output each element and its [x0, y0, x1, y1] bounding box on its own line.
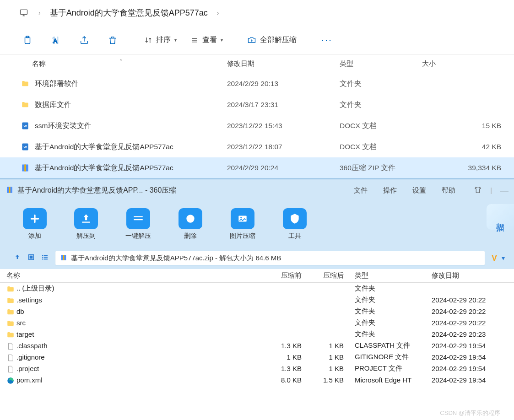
chevron-right-icon[interactable]: ›	[213, 9, 223, 16]
archive-row[interactable]: .settings文件夹2024-02-29 20:22	[0, 294, 514, 306]
sort-button[interactable]: 排序 ▾	[142, 35, 179, 45]
file-row[interactable]: 基于Android的大学食堂意见反馈APP577ac2024/2/29 20:2…	[0, 157, 514, 178]
file-name: 基于Android的大学食堂意见反馈APP577ac	[35, 163, 173, 173]
file-type: 360压缩 ZIP 文件	[332, 163, 415, 173]
file-row[interactable]: W基于Android的大学食堂意见反馈APP577ac2023/12/22 18…	[0, 136, 514, 157]
archive-header-name[interactable]: 名称	[0, 271, 254, 280]
file-type: 文件夹	[332, 100, 415, 110]
archive-row[interactable]: src文件夹2024-02-29 20:22	[0, 317, 514, 328]
archive-row[interactable]: .. (上级目录)文件夹	[0, 283, 514, 294]
svg-rect-16	[9, 187, 11, 193]
archive-header-post[interactable]: 压缩后	[306, 271, 348, 280]
paste-icon[interactable]	[18, 31, 37, 49]
archive-post-size: 1.5 KB	[306, 376, 348, 384]
archive-header-type[interactable]: 类型	[348, 271, 425, 280]
file-type: DOCX 文档	[332, 142, 415, 152]
breadcrumb: › 基于Android的大学食堂意见反馈APP577ac ›	[0, 0, 514, 26]
breadcrumb-folder[interactable]: 基于Android的大学食堂意见反馈APP577ac	[50, 7, 208, 18]
file-row[interactable]: 环境部署软件2024/2/29 20:13文件夹	[0, 73, 514, 94]
svg-rect-20	[30, 256, 32, 258]
dropdown-icon[interactable]: ▾	[502, 254, 505, 262]
header-size[interactable]: 大小	[415, 59, 514, 68]
archive-header-pre[interactable]: 压缩前	[254, 271, 306, 280]
file-icon	[6, 342, 15, 350]
svg-rect-28	[63, 255, 65, 260]
archive-row[interactable]: pom.xml8.0 KB1.5 KBMicrosoft Edge HT2024…	[0, 374, 514, 386]
archive-row[interactable]: .classpath1.3 KB1 KBCLASSPATH 文件2024-02-…	[0, 340, 514, 351]
extract-to-button[interactable]: 解压到	[74, 208, 98, 240]
share-icon[interactable]	[75, 31, 93, 49]
up-icon[interactable]	[14, 253, 21, 263]
archive-icon	[5, 186, 14, 195]
tools-button[interactable]: 工具	[283, 208, 307, 240]
divider	[235, 34, 235, 47]
archive-path-input[interactable]: 基于Android的大学食堂意见反馈APP577ac.zip - 解包大小为 6…	[55, 251, 485, 265]
watermark: CSDN @清平乐的程序	[440, 409, 500, 417]
file-modified: 2024/2/29 20:13	[219, 80, 332, 88]
chevron-right-icon[interactable]: ›	[35, 9, 44, 16]
edge-icon	[6, 377, 15, 384]
file-name: 环境部署软件	[35, 79, 79, 89]
toolbar: A 排序 ▾ 查看 ▾ 全部解压缩 ···	[0, 26, 514, 55]
archive-file-modified: 2024-02-29 20:22	[425, 307, 514, 315]
more-icon[interactable]: ···	[318, 31, 336, 49]
archive-row[interactable]: target文件夹2024-02-29 20:23	[0, 328, 514, 340]
img-compress-button[interactable]: 图片压缩	[230, 208, 255, 240]
extract-one-button[interactable]: 一键解压	[125, 208, 151, 240]
extract-all-button[interactable]: 全部解压缩	[245, 35, 298, 45]
menu-help[interactable]: 帮助	[442, 186, 455, 195]
header-modified[interactable]: 修改日期	[219, 59, 332, 68]
svg-rect-21	[42, 255, 43, 256]
divider	[132, 34, 132, 47]
img-compress-label: 图片压缩	[230, 232, 255, 240]
archive-post-size: 1 KB	[306, 353, 348, 361]
header-type[interactable]: 类型	[332, 59, 415, 68]
select-all-icon[interactable]	[27, 253, 35, 263]
scan-badge[interactable]: 扫描	[487, 204, 514, 230]
extract-one-label: 一键解压	[125, 232, 151, 240]
file-name: 数据库文件	[35, 100, 71, 110]
archive-file-list: .. (上级目录)文件夹.settings文件夹2024-02-29 20:22…	[0, 283, 514, 386]
archive-file-name: .project	[16, 365, 39, 372]
rename-icon[interactable]: A	[47, 31, 65, 49]
v-icon[interactable]: V	[492, 253, 497, 263]
view-button[interactable]: 查看 ▾	[189, 35, 225, 45]
svg-rect-24	[44, 257, 48, 258]
archive-row[interactable]: db文件夹2024-02-29 20:22	[0, 306, 514, 317]
menu-action[interactable]: 操作	[383, 186, 397, 195]
archive-file-type: GITIGNORE 文件	[348, 353, 425, 361]
add-button[interactable]: 添加	[23, 208, 47, 240]
header-name[interactable]: 名称 ⌃	[0, 59, 219, 68]
archive-file-name: src	[16, 319, 26, 327]
archive-pre-size: 8.0 KB	[254, 376, 306, 384]
archive-file-modified: 2024-02-29 20:22	[425, 296, 514, 304]
file-name: ssm环境安装文件	[35, 121, 92, 131]
archive-file-modified: 2024-02-29 19:54	[425, 342, 514, 350]
archive-menu: 文件 操作 设置 帮助	[354, 186, 455, 195]
monitor-icon[interactable]	[18, 8, 29, 17]
svg-rect-23	[42, 257, 43, 258]
extract-to-label: 解压到	[76, 232, 96, 240]
minimize-icon[interactable]: —	[500, 186, 509, 195]
folder-icon	[6, 285, 15, 292]
file-list: 环境部署软件2024/2/29 20:13文件夹数据库文件2024/3/17 2…	[0, 73, 514, 178]
menu-settings[interactable]: 设置	[412, 186, 426, 195]
list-view-icon[interactable]	[41, 253, 49, 263]
archive-row[interactable]: .project1.3 KB1 KBPROJECT 文件2024-02-29 1…	[0, 363, 514, 374]
extract-all-label: 全部解压缩	[260, 35, 297, 45]
archive-header-modified[interactable]: 修改日期	[425, 271, 514, 280]
file-row[interactable]: Wssm环境安装文件2023/12/22 15:43DOCX 文档15 KB	[0, 115, 514, 136]
zip-icon	[20, 163, 30, 173]
delete-label: 删除	[184, 232, 197, 240]
file-modified: 2024/2/29 20:24	[219, 164, 332, 172]
delete-icon[interactable]	[103, 31, 122, 49]
archive-file-type: Microsoft Edge HT	[348, 376, 425, 384]
menu-file[interactable]: 文件	[354, 186, 368, 195]
file-row[interactable]: 数据库文件2024/3/17 23:31文件夹	[0, 94, 514, 115]
skin-icon[interactable]	[474, 186, 482, 195]
archive-post-size: 1 KB	[306, 342, 348, 350]
archive-row[interactable]: .gitignore1 KB1 KBGITIGNORE 文件2024-02-29…	[0, 351, 514, 363]
delete-button[interactable]: 删除	[179, 208, 202, 240]
archive-file-type: PROJECT 文件	[348, 364, 425, 373]
svg-text:W: W	[23, 124, 27, 128]
